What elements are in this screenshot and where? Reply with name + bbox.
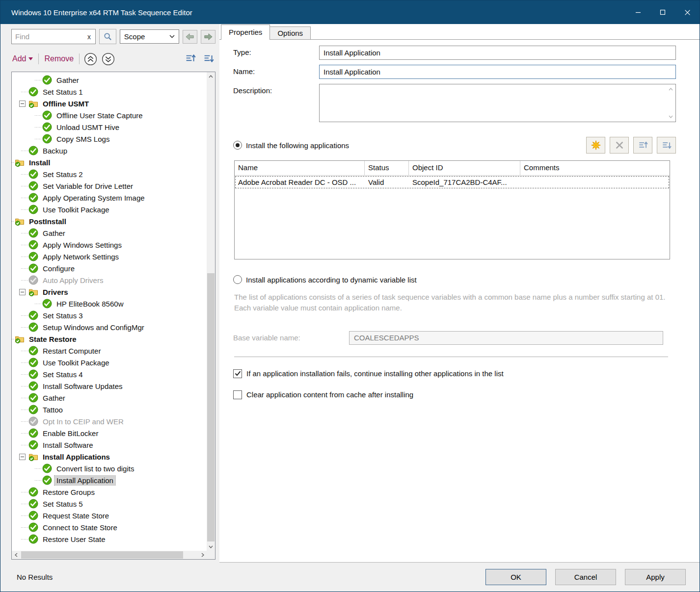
tree-item[interactable]: Offline USMT bbox=[12, 98, 207, 109]
green-check-icon bbox=[28, 369, 38, 379]
vertical-scroll-thumb[interactable] bbox=[207, 273, 215, 541]
tree-item[interactable]: Copy SMS Logs bbox=[12, 133, 207, 145]
remove-button[interactable]: Remove bbox=[43, 54, 75, 63]
tree-item[interactable]: Restart Computer bbox=[12, 345, 207, 357]
tree-item[interactable]: Set Variable for Drive Letter bbox=[12, 180, 207, 192]
search-button[interactable] bbox=[99, 29, 116, 44]
close-button[interactable] bbox=[675, 0, 700, 24]
green-check-icon bbox=[28, 205, 38, 214]
find-previous-button[interactable] bbox=[183, 30, 197, 44]
tree-item[interactable]: Use Toolkit Package bbox=[12, 357, 207, 368]
tab-options[interactable]: Options bbox=[270, 26, 311, 39]
tree-vertical-scrollbar[interactable] bbox=[207, 72, 215, 551]
green-check-icon bbox=[28, 322, 38, 332]
find-input[interactable] bbox=[15, 32, 86, 41]
tree-item[interactable]: Backup bbox=[12, 145, 207, 156]
tree-item[interactable]: Set Status 5 bbox=[12, 498, 207, 510]
collapse-expander-icon[interactable] bbox=[19, 454, 26, 460]
description-field[interactable] bbox=[320, 84, 675, 122]
collapse-expander-icon[interactable] bbox=[19, 289, 26, 295]
status-bar: No Results OK Cancel Apply bbox=[0, 563, 700, 592]
textarea-scroll-up-icon[interactable] bbox=[667, 86, 674, 93]
tree-item[interactable]: Set Status 2 bbox=[12, 168, 207, 180]
tree-item[interactable]: Request State Store bbox=[12, 510, 207, 521]
tree-item[interactable]: Install Applications bbox=[12, 451, 207, 463]
tree-item[interactable]: Restore User State bbox=[12, 533, 207, 545]
find-clear-button[interactable]: x bbox=[86, 33, 92, 41]
tab-properties[interactable]: Properties bbox=[221, 25, 270, 40]
new-application-button[interactable] bbox=[586, 137, 605, 154]
clear-cache-checkbox[interactable] bbox=[233, 390, 242, 399]
tree-item[interactable]: Install Application bbox=[12, 474, 207, 486]
tree-item[interactable]: Set Status 1 bbox=[12, 86, 207, 98]
add-button[interactable]: Add bbox=[11, 54, 34, 63]
tree-item[interactable]: Drivers bbox=[12, 286, 207, 298]
move-application-up-button[interactable] bbox=[633, 137, 652, 154]
horizontal-scroll-thumb[interactable] bbox=[21, 551, 183, 559]
move-application-down-button[interactable] bbox=[657, 137, 676, 154]
tree-item[interactable]: State Restore bbox=[12, 333, 207, 345]
tree-item[interactable]: Apply Network Settings bbox=[12, 251, 207, 262]
tree-item[interactable]: Connect to State Store bbox=[12, 521, 207, 533]
tree-item[interactable]: Tattoo bbox=[12, 404, 207, 415]
cancel-button[interactable]: Cancel bbox=[555, 569, 616, 585]
delete-application-button[interactable] bbox=[610, 137, 629, 154]
dynamic-list-radio[interactable] bbox=[233, 275, 242, 284]
column-header[interactable]: Name bbox=[235, 161, 365, 175]
tree-item[interactable]: PostInstall bbox=[12, 215, 207, 227]
tree-item[interactable]: Apply Windows Settings bbox=[12, 239, 207, 251]
tree-item[interactable]: Set Status 4 bbox=[12, 368, 207, 380]
green-check-icon bbox=[28, 522, 38, 532]
tree-horizontal-scrollbar[interactable] bbox=[12, 551, 207, 559]
tree-item[interactable]: Apply Operating System Image bbox=[12, 192, 207, 204]
tree-item[interactable]: Setup Windows and ConfigMgr bbox=[12, 321, 207, 333]
tree-item[interactable]: Install Software Updates bbox=[12, 380, 207, 392]
collapse-all-button[interactable] bbox=[84, 52, 97, 66]
scroll-up-icon[interactable] bbox=[207, 72, 215, 80]
apply-button[interactable]: Apply bbox=[625, 569, 686, 585]
maximize-button[interactable] bbox=[650, 0, 675, 24]
tree-item[interactable]: Offline User State Capture bbox=[12, 109, 207, 121]
tree-item[interactable]: Unload USMT Hive bbox=[12, 121, 207, 133]
move-step-up-button[interactable] bbox=[184, 52, 197, 65]
scroll-right-icon[interactable] bbox=[198, 551, 207, 559]
scroll-down-icon[interactable] bbox=[207, 542, 215, 551]
tree-item[interactable]: Gather bbox=[12, 227, 207, 239]
toolbar-separator bbox=[79, 53, 80, 64]
tree-item[interactable]: Set Status 3 bbox=[12, 309, 207, 321]
name-field[interactable] bbox=[319, 65, 676, 79]
delete-x-icon bbox=[615, 141, 624, 150]
tree-item[interactable]: Install bbox=[12, 156, 207, 168]
tree-item[interactable]: Gather bbox=[12, 392, 207, 404]
tree-item[interactable]: Convert list to two digits bbox=[12, 463, 207, 474]
tree-item[interactable]: Install Software bbox=[12, 439, 207, 451]
collapse-expander-icon[interactable] bbox=[19, 101, 26, 107]
move-step-down-button[interactable] bbox=[202, 52, 215, 65]
applications-table: NameStatusObject IDComments Adobe Acroba… bbox=[234, 160, 670, 259]
ok-button[interactable]: OK bbox=[485, 569, 546, 585]
tree-item[interactable]: Opt In to CEIP and WER bbox=[12, 415, 207, 427]
tree-item[interactable]: Auto Apply Drivers bbox=[12, 274, 207, 286]
column-header[interactable]: Object ID bbox=[409, 161, 520, 175]
tree-item[interactable]: Use Toolkit Package bbox=[12, 204, 207, 215]
textarea-scroll-down-icon[interactable] bbox=[667, 113, 674, 120]
tree-item[interactable]: Enable BitLocker bbox=[12, 427, 207, 439]
install-following-label: Install the following applications bbox=[246, 141, 349, 150]
install-following-row: Install the following applications bbox=[233, 137, 676, 154]
green-check-icon bbox=[28, 405, 38, 414]
application-row[interactable]: Adobe Acrobat Reader DC - OSD ...ValidSc… bbox=[235, 176, 670, 189]
scroll-left-icon[interactable] bbox=[12, 551, 20, 559]
column-header[interactable]: Status bbox=[365, 161, 409, 175]
tree-item[interactable]: Gather bbox=[12, 74, 207, 86]
tree-item[interactable]: Configure bbox=[12, 262, 207, 274]
scope-dropdown[interactable]: Scope bbox=[120, 29, 179, 44]
install-following-radio[interactable] bbox=[233, 141, 242, 150]
find-next-button[interactable] bbox=[201, 30, 215, 44]
minimize-button[interactable] bbox=[626, 0, 650, 24]
column-header[interactable]: Comments bbox=[520, 161, 670, 175]
tree-item-label: Use Toolkit Package bbox=[41, 358, 111, 367]
expand-all-button[interactable] bbox=[102, 52, 115, 66]
tree-item[interactable]: HP EliteBook 8560w bbox=[12, 298, 207, 309]
continue-on-fail-checkbox[interactable] bbox=[233, 369, 242, 378]
tree-item[interactable]: Restore Groups bbox=[12, 486, 207, 498]
